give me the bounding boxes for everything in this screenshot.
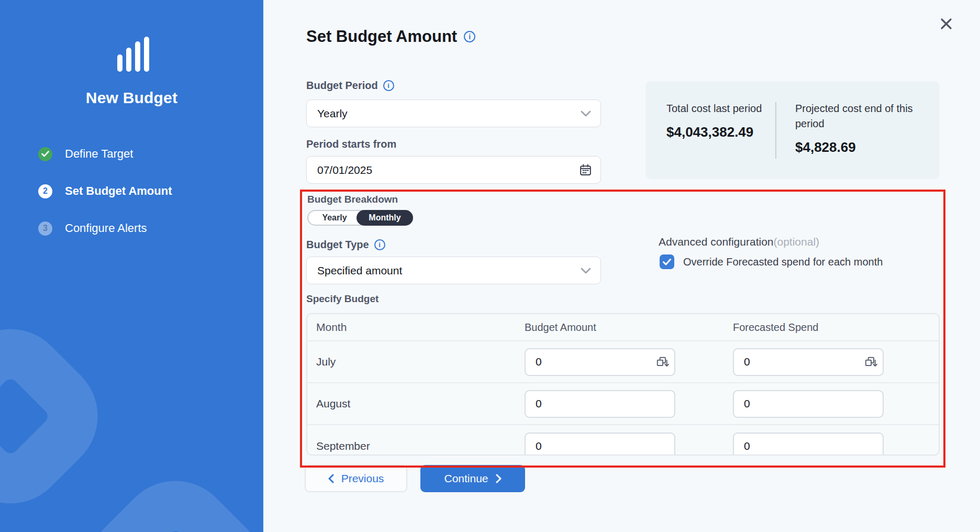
month-cell: July [307, 356, 525, 368]
info-icon[interactable]: i [374, 239, 385, 250]
calendar-icon [579, 163, 592, 176]
projected-cost-label: Projected cost end of this period [795, 101, 916, 131]
info-icon[interactable]: i [383, 80, 394, 91]
chevron-right-icon [496, 474, 502, 483]
month-cell: August [307, 397, 525, 410]
watermark-link-shape [64, 457, 263, 532]
check-icon [663, 259, 671, 265]
forecasted-spend-input[interactable] [733, 433, 884, 456]
override-forecast-label: Override Forecasted spend for each month [683, 256, 883, 268]
budget-type-value: Specified amount [317, 264, 402, 277]
step-label: Set Budget Amount [65, 184, 172, 198]
forecasted-spend-input[interactable] [733, 348, 884, 376]
step-number-badge: 2 [38, 184, 52, 198]
cost-summary-card: Total cost last period $4,043,382.49 Pro… [645, 81, 940, 179]
step-define-target[interactable]: Define Target [38, 147, 172, 161]
month-cell: September [307, 440, 525, 452]
budget-amount-input[interactable] [525, 433, 675, 456]
specify-budget-label: Specify Budget [306, 293, 378, 305]
total-cost-label: Total cost last period [666, 101, 765, 116]
sidebar: New Budget Define Target 2 Set Budget Am… [0, 0, 263, 532]
budget-period-value: Yearly [317, 107, 348, 120]
watermark-link-shape [0, 305, 121, 527]
close-icon [939, 17, 953, 31]
table-row: September [307, 425, 939, 456]
breakdown-toggle: Yearly Monthly [307, 210, 413, 226]
step-label: Configure Alerts [65, 221, 147, 235]
total-cost-block: Total cost last period $4,043,382.49 [666, 101, 765, 179]
previous-button[interactable]: Previous [305, 465, 407, 492]
step-number-badge: 3 [38, 221, 52, 236]
period-start-date-input[interactable]: 07/01/2025 [306, 156, 601, 184]
close-button[interactable] [934, 12, 958, 36]
forecasted-spend-input[interactable] [733, 390, 884, 418]
table-row: August [307, 383, 939, 425]
table-header: Month Budget Amount Forecasted Spend [307, 314, 939, 341]
column-header-month: Month [307, 321, 525, 334]
period-starts-label: Period starts from [306, 138, 396, 150]
chevron-down-icon [581, 268, 591, 274]
chevron-left-icon [328, 474, 334, 483]
period-start-date-value: 07/01/2025 [317, 164, 372, 176]
chevron-down-icon [581, 110, 591, 117]
budget-type-label: Budget Type i [306, 239, 385, 251]
continue-button[interactable]: Continue [420, 465, 525, 492]
step-label: Define Target [65, 147, 133, 161]
budget-amount-input[interactable] [525, 390, 675, 418]
budget-period-select[interactable]: Yearly [306, 99, 601, 127]
copy-down-icon[interactable] [655, 356, 669, 369]
override-forecast-row: Override Forecasted spend for each month [660, 254, 883, 269]
optional-hint: (optional) [774, 236, 820, 248]
divider [775, 102, 776, 159]
toggle-option-monthly[interactable]: Monthly [357, 210, 413, 226]
page-title: Set Budget Amount i [306, 27, 475, 46]
page-title-text: Set Budget Amount [306, 27, 457, 46]
column-header-budget-amount: Budget Amount [525, 322, 733, 334]
projected-cost-value: $4,828.69 [795, 139, 916, 156]
column-header-forecasted-spend: Forecasted Spend [733, 322, 939, 334]
info-icon[interactable]: i [464, 31, 475, 42]
step-set-budget-amount[interactable]: 2 Set Budget Amount [38, 184, 172, 198]
check-circle-icon [38, 147, 52, 161]
wizard-title: New Budget [0, 89, 263, 107]
advanced-config-title: Advanced configuration(optional) [659, 236, 819, 248]
projected-cost-block: Projected cost end of this period $4,828… [795, 101, 916, 179]
budget-type-select[interactable]: Specified amount [306, 257, 601, 284]
budget-amount-input[interactable] [525, 348, 675, 376]
budget-breakdown-label: Budget Breakdown [307, 194, 398, 205]
monthly-budget-table: Month Budget Amount Forecasted Spend Jul… [306, 313, 940, 456]
step-list: Define Target 2 Set Budget Amount 3 Conf… [38, 147, 172, 259]
override-forecast-checkbox[interactable] [660, 254, 674, 269]
budget-period-label: Budget Period i [306, 80, 394, 92]
toggle-option-yearly[interactable]: Yearly [308, 211, 361, 225]
total-cost-value: $4,043,382.49 [666, 124, 765, 140]
new-budget-dialog: New Budget Define Target 2 Set Budget Am… [0, 0, 980, 532]
copy-down-icon[interactable] [864, 356, 877, 369]
table-row: July [307, 341, 939, 383]
bar-chart-icon [117, 37, 149, 72]
step-configure-alerts[interactable]: 3 Configure Alerts [38, 221, 172, 235]
